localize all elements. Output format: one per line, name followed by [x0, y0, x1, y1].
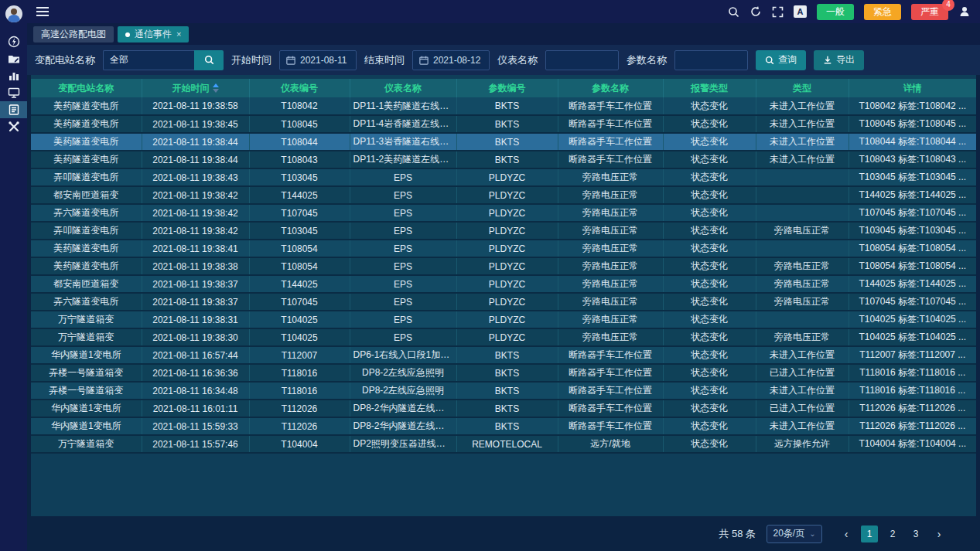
column-header[interactable]: 开始时间 [142, 79, 249, 97]
page-size-select[interactable]: 20条/页 ⌄ [767, 525, 822, 543]
table-cell: 断路器手车工作位置 [558, 382, 663, 400]
table-cell: DP8-2华内隧道左线基本... [350, 417, 456, 435]
param-name-input[interactable] [674, 50, 748, 70]
table-row[interactable]: 华内隧道1变电所2021-08-11 16:01:11T112026DP8-2华… [31, 400, 976, 417]
table-row[interactable]: 美药隧道变电所2021-08-11 19:38:44T108043DP11-2美… [31, 151, 976, 168]
table-cell: T108054 标签:T108054 ... [849, 240, 976, 257]
export-button[interactable]: 导出 [814, 50, 864, 70]
search-icon[interactable] [728, 6, 739, 18]
menu-toggle-icon[interactable] [36, 5, 49, 19]
table-row[interactable]: 弄六隧道变电所2021-08-11 19:38:42T107045EPSPLDY… [31, 204, 976, 222]
table-cell: T108042 [249, 97, 350, 115]
end-date-input[interactable]: 2021-08-12 [412, 50, 490, 70]
next-page-button[interactable]: › [930, 525, 948, 542]
table-row[interactable]: 万宁隧道箱变2021-08-11 19:38:30T104025EPSPLDYZ… [31, 328, 976, 346]
sidebar-item-tools[interactable] [0, 118, 27, 135]
table-cell: 美药隧道变电所 [31, 240, 142, 257]
column-header[interactable]: 详情 [849, 79, 976, 97]
table-row[interactable]: 华内隧道1变电所2021-08-11 15:59:33T112026DP8-2华… [31, 417, 976, 435]
fullscreen-icon[interactable] [772, 6, 784, 18]
alarm-badge-urgent[interactable]: 紧急 [864, 4, 901, 20]
table-cell: T103045 [249, 222, 350, 240]
table-cell: 状态变化 [663, 222, 756, 240]
chevron-down-icon: ⌄ [809, 529, 815, 538]
tab-power-diagram[interactable]: 高速公路配电图 [33, 26, 114, 43]
alarm-badge-general[interactable]: 一般 [817, 4, 854, 20]
table-cell: DP8-2左线应急照明 [350, 364, 456, 382]
table-cell: T108054 [249, 257, 350, 275]
table-row[interactable]: 弄叩隧道变电所2021-08-11 19:38:42T103045EPSPLDY… [31, 222, 976, 240]
table-row[interactable]: 万宁隧道箱变2021-08-11 19:38:31T104025EPSPLDYZ… [31, 311, 976, 328]
sidebar-item-monitor[interactable] [0, 84, 27, 101]
table-cell: 断路器手车工作位置 [558, 115, 663, 133]
start-time-label: 开始时间 [231, 53, 271, 67]
refresh-icon[interactable] [750, 5, 762, 18]
table-cell: 未进入工作位置 [756, 417, 849, 435]
table-row[interactable]: 美药隧道变电所2021-08-11 19:38:45T108045DP11-4岩… [31, 115, 976, 133]
table-cell: PLDYZC [456, 168, 558, 186]
table-cell: T108044 标签:T108044 ... [849, 133, 976, 151]
sidebar-item-events[interactable] [0, 101, 27, 118]
table-cell: T144025 [249, 275, 350, 293]
calendar-icon [419, 56, 429, 65]
table-cell: BKTS [456, 133, 558, 151]
prev-page-button[interactable]: ‹ [838, 525, 855, 542]
user-icon[interactable] [958, 5, 971, 18]
table-cell: DP8-2左线应急照明 [350, 382, 456, 400]
sidebar-item-overview[interactable] [0, 33, 27, 50]
table-row[interactable]: 华内隧道1变电所2021-08-11 16:57:44T112007DP6-1右… [31, 346, 976, 364]
page-button[interactable]: 2 [884, 525, 901, 542]
column-header[interactable]: 仪表名称 [350, 79, 456, 97]
column-header[interactable]: 参数编号 [456, 79, 558, 97]
user-avatar[interactable] [5, 5, 22, 22]
column-header[interactable]: 仪表编号 [249, 79, 350, 97]
active-tab-dot [125, 32, 130, 37]
table-cell: T104004 [249, 435, 350, 453]
table-row[interactable]: 都安南匝道箱变2021-08-11 19:38:42T144025EPSPLDY… [31, 186, 976, 204]
table-cell: T112026 [249, 417, 350, 435]
table-cell: 未进入工作位置 [756, 382, 849, 400]
calendar-icon [286, 56, 295, 65]
table-cell: T108054 [249, 240, 350, 257]
table-row[interactable]: 万宁隧道箱变2021-08-11 15:57:46T104004DP2照明变压器… [31, 435, 976, 453]
font-icon[interactable]: A [794, 5, 807, 18]
column-header[interactable]: 参数名称 [558, 79, 663, 97]
table-cell: T104025 标签:T104025 ... [849, 328, 976, 346]
alarm-badge-severe[interactable]: 严重 4 [911, 4, 948, 20]
sort-icon[interactable] [213, 83, 219, 93]
table-row[interactable]: 美药隧道变电所2021-08-11 19:38:44T108044DP11-3岩… [31, 133, 976, 151]
table-row[interactable]: 弄楼一号隧道箱变2021-08-11 16:34:48T118016DP8-2左… [31, 382, 976, 400]
events-table: 变配电站名称开始时间仪表编号仪表名称参数编号参数名称报警类型类型详情 美药隧道变… [31, 79, 976, 454]
table-cell: 2021-08-11 19:38:42 [142, 204, 249, 222]
tab-comm-events[interactable]: 通信事件 × [118, 26, 189, 43]
table-row[interactable]: 弄楼一号隧道箱变2021-08-11 16:36:36T118016DP8-2左… [31, 364, 976, 382]
page-button[interactable]: 1 [861, 525, 878, 542]
table-cell: 状态变化 [663, 293, 756, 311]
table-cell: T144025 [249, 186, 350, 204]
table-row[interactable]: 弄叩隧道变电所2021-08-11 19:38:43T103045EPSPLDY… [31, 168, 976, 186]
column-header[interactable]: 变配电站名称 [31, 79, 142, 97]
table-cell: 旁路电压正常 [558, 257, 663, 275]
table-row[interactable]: 美药隧道变电所2021-08-11 19:38:58T108042DP11-1美… [31, 97, 976, 115]
page-button[interactable]: 3 [907, 525, 924, 542]
table-row[interactable]: 弄六隧道变电所2021-08-11 19:38:37T107045EPSPLDY… [31, 293, 976, 311]
table-cell: 未进入工作位置 [756, 133, 849, 151]
sidebar-item-statistics[interactable] [0, 67, 27, 84]
table-cell: BKTS [456, 151, 558, 168]
table-cell: PLDYZC [456, 275, 558, 293]
table-row[interactable]: 美药隧道变电所2021-08-11 19:38:38T108054EPSPLDY… [31, 257, 976, 275]
sidebar-item-files[interactable] [0, 50, 27, 67]
tab-close-icon[interactable]: × [176, 30, 181, 39]
station-search-button[interactable] [194, 50, 224, 70]
table-row[interactable]: 美药隧道变电所2021-08-11 19:38:41T108054EPSPLDY… [31, 240, 976, 257]
start-date-input[interactable]: 2021-08-11 [279, 50, 357, 70]
column-header[interactable]: 报警类型 [663, 79, 756, 97]
table-row[interactable]: 都安南匝道箱变2021-08-11 19:38:37T144025EPSPLDY… [31, 275, 976, 293]
station-input[interactable] [103, 50, 194, 70]
table-cell: 弄六隧道变电所 [31, 204, 142, 222]
meter-name-input[interactable] [545, 50, 619, 70]
column-header[interactable]: 类型 [756, 79, 849, 97]
table-cell: T118016 [249, 364, 350, 382]
query-button[interactable]: 查询 [756, 50, 806, 70]
table-cell: T107045 [249, 204, 350, 222]
